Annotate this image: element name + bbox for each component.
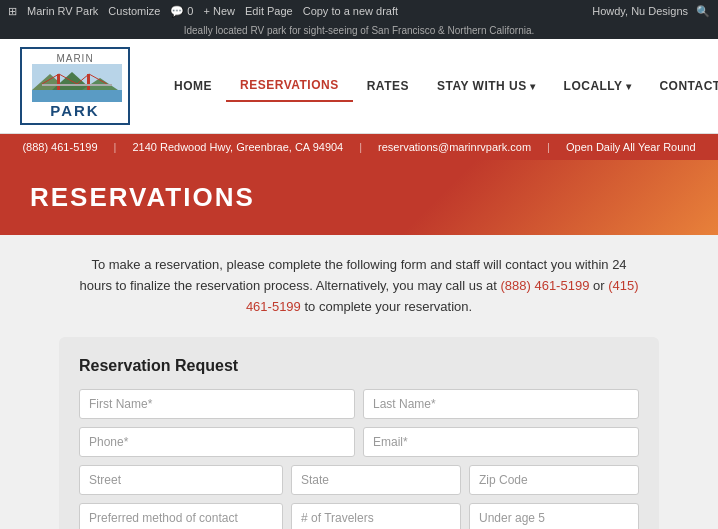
reservation-form-card: Reservation Request Arrival Date Dep [59,337,659,529]
form-row-contact [79,427,639,457]
wp-icon: ⊞ [8,5,17,18]
comments-link[interactable]: 💬 0 [170,5,193,18]
info-address: 2140 Redwood Hwy, Greenbrae, CA 94904 [132,141,343,153]
form-row-address [79,465,639,495]
top-bar-text: Ideally located RV park for sight-seeing… [184,25,535,36]
zip-input[interactable] [469,465,639,495]
page-title: RESERVATIONS [30,182,688,213]
email-input[interactable] [363,427,639,457]
street-input[interactable] [79,465,283,495]
svg-rect-5 [57,74,60,90]
info-sep-3: | [547,141,550,153]
form-title: Reservation Request [79,357,639,375]
intro-or: or [589,278,608,293]
logo-top-text: MARIN [32,53,118,64]
info-sep-1: | [114,141,117,153]
info-email: reservations@marinrvpark.com [378,141,531,153]
last-name-input[interactable] [363,389,639,419]
top-bar: Ideally located RV park for sight-seeing… [0,22,718,39]
info-bar: (888) 461-5199 | 2140 Redwood Hwy, Green… [0,134,718,160]
state-input[interactable] [291,465,461,495]
admin-bar: ⊞ Marin RV Park Customize 💬 0 + New Edit… [0,0,718,22]
svg-rect-1 [32,90,122,102]
nav-rates[interactable]: RATES [353,71,423,101]
num-travelers-input[interactable] [291,503,461,529]
nav-contact[interactable]: CONTACT [645,71,718,101]
preferred-contact-input[interactable] [79,503,283,529]
info-sep-2: | [359,141,362,153]
search-icon[interactable]: 🔍 [696,5,710,18]
customize-link[interactable]: Customize [108,5,160,17]
main-content: To make a reservation, please complete t… [0,235,718,529]
copy-to-draft-link[interactable]: Copy to a new draft [303,5,398,17]
intro-text: To make a reservation, please complete t… [79,255,639,317]
info-hours: Open Daily All Year Round [566,141,696,153]
under-age-5-input[interactable] [469,503,639,529]
header: MARIN PARK HOME RESERVATIONS RATES STAY … [0,39,718,134]
logo-main-text: PARK [32,102,118,119]
site-name[interactable]: Marin RV Park [27,5,98,17]
svg-rect-6 [87,74,90,90]
howdy-label: Howdy, Nu Designs [592,5,688,17]
logo-bridge-image [32,64,122,102]
nav-home[interactable]: HOME [160,71,226,101]
nav-stay-with-us[interactable]: STAY WITH US [423,71,550,101]
nav-reservations[interactable]: RESERVATIONS [226,70,353,102]
nav-locally[interactable]: LOCALLY [550,71,646,101]
page-title-bar: RESERVATIONS [0,160,718,235]
form-row-name [79,389,639,419]
intro-phone1[interactable]: (888) 461-5199 [500,278,589,293]
main-nav: HOME RESERVATIONS RATES STAY WITH US LOC… [160,70,718,102]
edit-page-link[interactable]: Edit Page [245,5,293,17]
svg-rect-11 [42,84,112,86]
logo[interactable]: MARIN PARK [20,47,130,125]
info-phone: (888) 461-5199 [22,141,97,153]
phone-input[interactable] [79,427,355,457]
new-link[interactable]: + New [203,5,235,17]
first-name-input[interactable] [79,389,355,419]
intro-after: to complete your reservation. [301,299,472,314]
form-row-travelers [79,503,639,529]
